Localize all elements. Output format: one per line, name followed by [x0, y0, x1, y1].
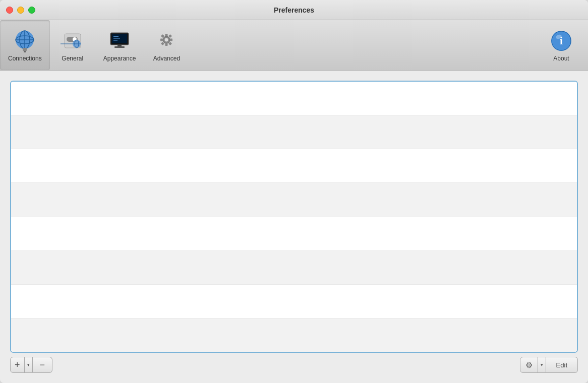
main-content: + ▾ − ⚙ ▾ Edit [0, 71, 588, 383]
advanced-label: Advanced [153, 55, 180, 62]
connections-list[interactable] [10, 81, 578, 353]
list-item[interactable] [11, 149, 577, 183]
list-item[interactable] [11, 318, 577, 352]
tab-about[interactable]: i About [539, 20, 584, 70]
toolbar-spacer [189, 20, 539, 70]
list-item[interactable] [11, 217, 577, 251]
svg-rect-20 [114, 46, 125, 48]
preferences-window: Preferences Connections [0, 0, 588, 383]
svg-rect-6 [24, 51, 26, 52]
add-button-group[interactable]: + ▾ [10, 357, 33, 373]
about-icon: i [549, 29, 573, 53]
maximize-button[interactable] [28, 7, 35, 14]
close-button[interactable] [6, 7, 13, 14]
svg-rect-23 [165, 34, 168, 36]
gear-dropdown-arrow[interactable]: ▾ [538, 357, 546, 373]
svg-text:i: i [560, 34, 563, 47]
bottom-toolbar: + ▾ − ⚙ ▾ Edit [10, 353, 578, 373]
add-button[interactable]: + [11, 357, 25, 373]
tab-connections[interactable]: Connections [0, 20, 50, 70]
svg-rect-26 [160, 38, 163, 41]
general-icon [61, 29, 85, 53]
list-item[interactable] [11, 82, 577, 115]
toolbar: Connections General [0, 20, 588, 71]
list-item[interactable] [11, 285, 577, 318]
window-controls [6, 7, 35, 14]
minimize-button[interactable] [17, 7, 24, 14]
svg-rect-5 [23, 48, 27, 51]
list-item[interactable] [11, 183, 577, 217]
add-dropdown-arrow[interactable]: ▾ [25, 357, 32, 373]
titlebar: Preferences [0, 0, 588, 20]
about-label: About [553, 55, 569, 62]
tab-general[interactable]: General [50, 20, 95, 70]
list-item[interactable] [11, 115, 577, 149]
list-rows [11, 82, 577, 352]
add-remove-controls: + ▾ − [10, 357, 52, 373]
edit-button[interactable]: Edit [546, 357, 578, 373]
appearance-icon [107, 29, 132, 53]
connections-label: Connections [8, 55, 42, 62]
svg-rect-15 [112, 34, 127, 43]
svg-rect-25 [170, 38, 172, 41]
advanced-icon [154, 29, 179, 53]
gear-button-group[interactable]: ⚙ ▾ [520, 357, 546, 373]
gear-button[interactable]: ⚙ [520, 357, 538, 373]
window-title: Preferences [274, 6, 314, 14]
action-controls: ⚙ ▾ Edit [520, 357, 578, 373]
svg-point-22 [165, 38, 168, 41]
general-label: General [62, 55, 83, 62]
tab-appearance[interactable]: Appearance [95, 20, 144, 70]
list-item[interactable] [11, 251, 577, 285]
svg-rect-24 [165, 43, 168, 46]
tab-advanced[interactable]: Advanced [144, 20, 189, 70]
appearance-label: Appearance [103, 55, 136, 62]
remove-button[interactable]: − [33, 357, 53, 373]
connections-icon [13, 29, 37, 53]
